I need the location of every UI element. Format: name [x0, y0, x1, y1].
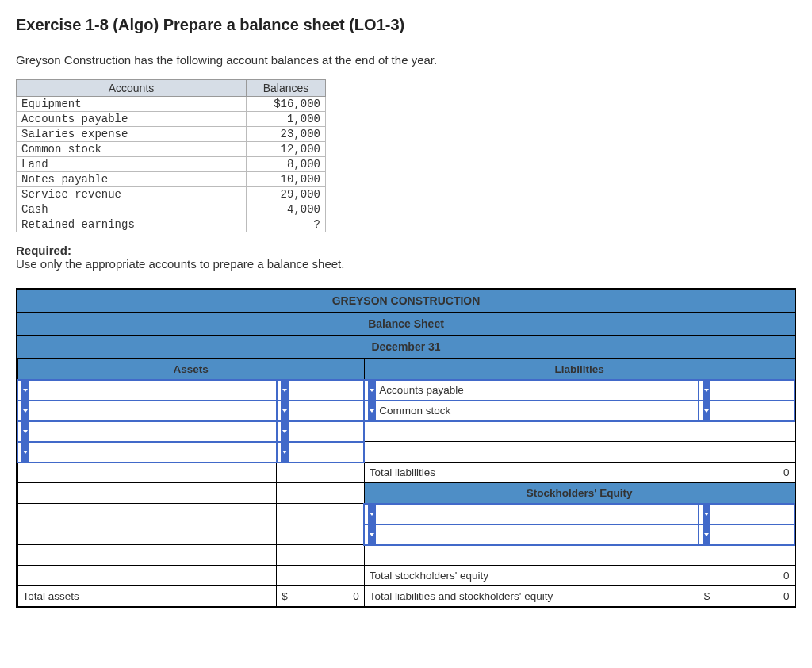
empty-cell	[17, 566, 277, 586]
assets-section-header: Assets	[17, 359, 364, 380]
account-name: Common stock	[17, 142, 247, 157]
accounts-header-balance: Balances	[247, 80, 326, 97]
chevron-down-icon	[703, 525, 710, 544]
empty-cell	[17, 483, 277, 504]
liabilities-section-header: Liabilities	[364, 359, 795, 380]
total-liabilities-label: Total liabilities	[364, 463, 699, 483]
chevron-down-icon	[281, 443, 289, 462]
account-name: Land	[17, 157, 247, 172]
equity-section-header: Stockholders' Equity	[364, 483, 795, 504]
account-balance: 23,000	[247, 127, 326, 142]
asset-amount-3[interactable]	[277, 421, 365, 442]
account-balance: 12,000	[247, 142, 326, 157]
exercise-title: Exercise 1-8 (Algo) Prepare a balance sh…	[16, 16, 796, 34]
equity-dropdown-1[interactable]	[364, 504, 699, 524]
empty-cell	[277, 504, 365, 524]
bs-statement: Balance Sheet	[17, 313, 795, 336]
asset-dropdown-2[interactable]	[17, 401, 277, 421]
account-balance: 4,000	[247, 202, 326, 217]
table-row: Cash4,000	[17, 202, 326, 217]
liability-amount-1[interactable]	[699, 380, 795, 401]
table-row: Common stock12,000	[17, 142, 326, 157]
account-name: Equipment	[17, 97, 247, 112]
chevron-down-icon	[21, 381, 29, 400]
dollar-sign: $	[704, 590, 710, 602]
account-balance: 10,000	[247, 172, 326, 187]
equity-dropdown-2[interactable]	[364, 524, 699, 545]
required-text: Use only the appropriate accounts to pre…	[16, 257, 796, 271]
liability-dropdown-1[interactable]: Accounts payable	[364, 380, 699, 401]
empty-cell	[699, 442, 795, 463]
intro-text: Greyson Construction has the following a…	[16, 53, 796, 67]
total-assets-value: $ 0	[277, 586, 365, 607]
empty-cell	[17, 545, 277, 566]
total-liab-equity-value: $ 0	[699, 586, 795, 607]
required-label: Required:	[16, 244, 796, 257]
bs-date: December 31	[17, 336, 795, 359]
empty-cell	[277, 463, 365, 483]
total-assets-label: Total assets	[17, 586, 277, 607]
empty-cell	[699, 421, 795, 442]
empty-cell	[277, 566, 365, 586]
account-balance: 29,000	[247, 187, 326, 202]
account-balance: 1,000	[247, 112, 326, 127]
empty-cell	[364, 421, 699, 442]
total-liab-equity-amount: 0	[783, 590, 790, 602]
equity-amount-2[interactable]	[699, 524, 795, 545]
total-equity-value: 0	[699, 566, 795, 586]
account-balance: 8,000	[247, 157, 326, 172]
empty-cell	[364, 442, 699, 463]
table-row: Notes payable10,000	[17, 172, 326, 187]
total-equity-label: Total stockholders' equity	[364, 566, 699, 586]
liability-dropdown-2[interactable]: Common stock	[364, 401, 699, 421]
empty-cell	[277, 524, 365, 545]
account-name: Retained earnings	[17, 217, 247, 232]
dollar-sign: $	[282, 590, 288, 602]
empty-cell	[277, 545, 365, 566]
account-name: Cash	[17, 202, 247, 217]
asset-amount-2[interactable]	[277, 401, 365, 421]
total-assets-amount: 0	[353, 590, 359, 602]
chevron-down-icon	[703, 505, 710, 524]
empty-cell	[17, 504, 277, 524]
chevron-down-icon	[368, 505, 376, 524]
asset-amount-4[interactable]	[277, 442, 365, 463]
empty-cell	[17, 524, 277, 545]
table-row: Accounts payable1,000	[17, 112, 326, 127]
empty-cell	[699, 545, 795, 566]
account-balance: ?	[247, 217, 326, 232]
asset-dropdown-4[interactable]	[17, 442, 277, 463]
chevron-down-icon	[281, 381, 289, 400]
chevron-down-icon	[368, 381, 376, 400]
account-name: Salaries expense	[17, 127, 247, 142]
account-name: Accounts payable	[17, 112, 247, 127]
chevron-down-icon	[281, 422, 289, 441]
balance-sheet: GREYSON CONSTRUCTION Balance Sheet Decem…	[16, 288, 796, 608]
empty-cell	[364, 545, 699, 566]
liability-2-text: Common stock	[376, 405, 698, 417]
chevron-down-icon	[21, 443, 29, 462]
asset-dropdown-1[interactable]	[17, 380, 277, 401]
chevron-down-icon	[703, 381, 710, 400]
table-row: Service revenue29,000	[17, 187, 326, 202]
equity-amount-1[interactable]	[699, 504, 795, 524]
bs-company: GREYSON CONSTRUCTION	[17, 289, 795, 313]
account-name: Service revenue	[17, 187, 247, 202]
asset-dropdown-3[interactable]	[17, 421, 277, 442]
table-row: Retained earnings?	[17, 217, 326, 232]
chevron-down-icon	[21, 401, 29, 420]
asset-amount-1[interactable]	[277, 380, 365, 401]
chevron-down-icon	[281, 401, 289, 420]
account-name: Notes payable	[17, 172, 247, 187]
total-liab-equity-label: Total liabilities and stockholders' equi…	[364, 586, 699, 607]
accounts-header-name: Accounts	[17, 80, 247, 97]
chevron-down-icon	[368, 525, 376, 544]
chevron-down-icon	[21, 422, 29, 441]
liability-amount-2[interactable]	[699, 401, 795, 421]
table-row: Salaries expense23,000	[17, 127, 326, 142]
chevron-down-icon	[703, 401, 710, 420]
empty-cell	[277, 483, 365, 504]
accounts-table: Accounts Balances Equipment$16,000 Accou…	[16, 79, 326, 232]
table-row: Land8,000	[17, 157, 326, 172]
total-liabilities-value: 0	[699, 463, 795, 483]
